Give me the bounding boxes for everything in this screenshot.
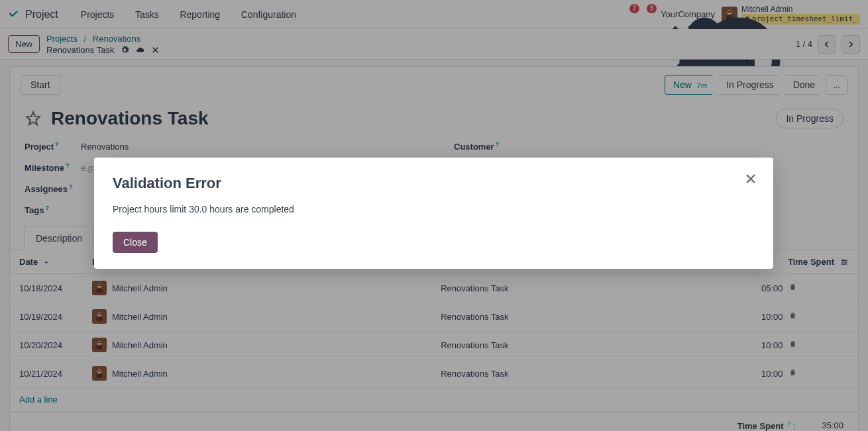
validation-error-modal: Validation Error Project hours limit 30.…: [94, 158, 773, 269]
modal-title: Validation Error: [113, 175, 755, 192]
close-button[interactable]: Close: [113, 232, 158, 253]
modal-body: Project hours limit 30.0 hours are compl…: [113, 204, 755, 215]
close-icon[interactable]: [744, 172, 757, 185]
